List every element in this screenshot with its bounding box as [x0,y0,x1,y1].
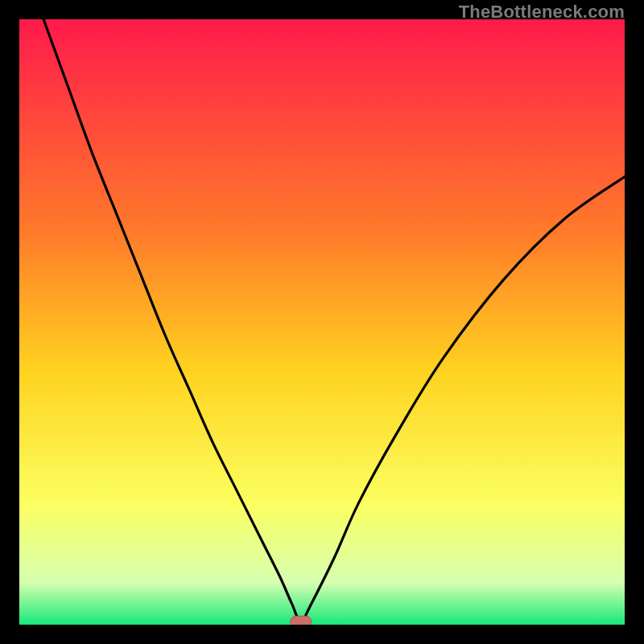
bottleneck-chart [19,19,625,625]
chart-frame: TheBottleneck.com [0,0,644,644]
optimal-point-marker [291,616,312,625]
gradient-background [19,19,625,625]
